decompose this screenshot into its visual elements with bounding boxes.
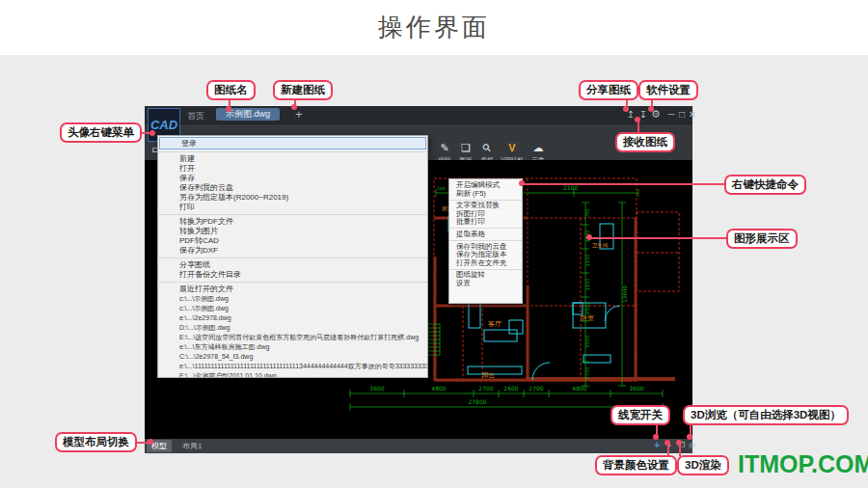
callout-bg-color: 背景颜色设置	[595, 455, 677, 475]
dim-label: 700	[584, 208, 590, 218]
page-banner: 操作界面	[0, 0, 868, 55]
view-3d-icon[interactable]: ◎	[689, 441, 695, 449]
leader-dot	[291, 104, 297, 110]
new-tab-button[interactable]: +	[295, 107, 303, 122]
callout-model-layout: 模型布局切换	[55, 432, 137, 452]
menu-item[interactable]: 打开	[158, 164, 427, 174]
dim-label: 1100	[584, 255, 590, 267]
vip-icon: V	[498, 141, 527, 155]
lineweight-toggle-icon[interactable]: +	[654, 439, 660, 450]
leader-dot	[148, 439, 153, 445]
layers-icon: ❏	[455, 141, 476, 155]
menu-item[interactable]: 保存到我的云盘	[449, 243, 522, 252]
menu-item[interactable]: 保存为指定版本	[449, 251, 522, 259]
menu-item[interactable]: 图纸旋转	[449, 271, 522, 280]
tab-layout1[interactable]: 布局1	[177, 440, 206, 452]
menu-item[interactable]: 分享图纸	[158, 260, 427, 270]
menu-item[interactable]: 保存到我的云盘	[158, 183, 427, 193]
callout-render3d: 3D渲染	[677, 455, 729, 475]
edit-icon: ✎	[434, 141, 455, 155]
dim-label: 4800	[431, 385, 446, 392]
menu-separator	[158, 258, 427, 258]
menu-item[interactable]: PDF转CAD	[158, 236, 427, 246]
dim-label: 4500	[584, 336, 590, 348]
room-label: 卫生间	[592, 242, 609, 249]
cloud-icon: ☁	[527, 141, 550, 155]
menu-item[interactable]: 开启编辑模式	[449, 181, 522, 190]
menu-item[interactable]: E:\...\这空间放空间首付款黄色框东方航空死的马屁缝看孙释付款打算打死棋.d…	[158, 333, 427, 342]
menu-item[interactable]: 打开备份文件目录	[158, 270, 427, 280]
leader-dot	[687, 434, 692, 440]
callout-receive-sheet: 接收图纸	[615, 132, 675, 152]
menu-item[interactable]: e:\...\111111111111111111111111111111113…	[158, 362, 427, 371]
menu-separator	[158, 214, 427, 215]
callout-new-sheet: 新建图纸	[273, 80, 333, 100]
callout-display-area: 图形展示区	[726, 229, 798, 249]
menu-separator	[449, 228, 522, 229]
menu-item[interactable]: c:\...\示例图.dwg	[158, 304, 427, 313]
menu-item[interactable]: 登录	[159, 137, 426, 149]
menu-separator	[449, 240, 522, 241]
dim-label: 4800	[572, 385, 586, 392]
close-button[interactable]: ✕	[687, 109, 698, 120]
tab-home[interactable]: 首页	[187, 110, 204, 122]
menu-item[interactable]: 转换为PDF文件	[158, 217, 427, 227]
avatar-dropdown-menu: 登录新建打开保存保存到我的云盘另存为指定版本(R2000~R2019)打印转换为…	[157, 135, 428, 378]
leader-dot	[635, 117, 640, 122]
menu-item[interactable]: 设置	[449, 280, 522, 288]
callout-software-settings: 软件设置	[638, 80, 698, 100]
menu-item[interactable]: E:\...\金湘苑户型2011.01.10.dwg	[158, 371, 427, 378]
watermark: ITMOP.COM	[738, 450, 868, 478]
leader-dot	[226, 106, 231, 112]
menu-item[interactable]: 文字查找替换	[449, 202, 522, 210]
leader-dot	[648, 106, 654, 112]
dim-label: 1100	[584, 279, 590, 291]
dim-label: 2600	[503, 385, 518, 392]
status-bar: 模型 布局1 + ◑ ❒ ◎	[145, 439, 692, 453]
dim-label: 1500	[584, 303, 590, 315]
leader-dot	[653, 434, 659, 440]
page-title: 操作界面	[0, 0, 868, 55]
menu-item[interactable]: 拆图打印	[449, 210, 522, 219]
menu-item[interactable]: e:\...\东方城样板房施工图.dwg	[158, 342, 427, 352]
leader-dot	[665, 440, 670, 446]
callout-context-commands: 右键快捷命令	[724, 175, 806, 195]
leader-line	[589, 237, 726, 239]
dim-label: 3600	[369, 385, 384, 392]
menu-item[interactable]: 新建	[158, 154, 427, 164]
menu-item[interactable]: 批量打印	[449, 218, 522, 227]
callout-lineweight-toggle: 线宽开关	[610, 405, 670, 425]
leader-dot	[676, 440, 682, 446]
dim-label: 500	[437, 186, 446, 191]
context-menu: 开启编辑模式刷新 (F5)文字查找替换拆图打印批量打印提取表格保存到我的云盘保存…	[448, 178, 523, 304]
callout-view3d: 3D浏览（可自由选择3D视图）	[683, 405, 849, 425]
menu-item[interactable]: 提取表格	[449, 230, 522, 239]
menu-item[interactable]: 转换为图片	[158, 227, 427, 236]
dim-label: 2700	[584, 367, 590, 380]
callout-share-sheet: 分享图纸	[579, 80, 638, 100]
menu-item[interactable]: 保存	[158, 174, 427, 183]
leader-dot	[623, 106, 629, 112]
callout-avatar-menu: 头像右键菜单	[60, 122, 142, 143]
menu-item[interactable]: 保存为DXF	[158, 246, 427, 256]
menu-item[interactable]: e:\...\2e2978.dwg	[158, 313, 427, 323]
menu-separator	[449, 200, 522, 201]
leader-dot	[519, 180, 525, 186]
menu-item[interactable]: 最近打开的文件	[158, 285, 427, 294]
menu-item[interactable]: 刷新 (F5)	[449, 190, 522, 199]
menu-separator	[158, 282, 427, 283]
dim-label: 3600	[629, 385, 643, 392]
leader-line	[522, 183, 724, 185]
menu-item[interactable]: 打印	[158, 203, 427, 212]
leader-dot	[149, 130, 155, 136]
menu-item[interactable]: C:\...\2e2978_54_t3.dwg	[158, 352, 427, 362]
menu-item[interactable]: 打开所在文件夹	[449, 259, 522, 268]
menu-item[interactable]: c:\...\示例图.dwg	[158, 294, 427, 304]
leader-dot	[586, 234, 592, 240]
dim-total-label: 27800	[468, 398, 486, 405]
menu-item[interactable]: 另存为指定版本(R2000~R2019)	[158, 193, 427, 203]
menu-item[interactable]: D:\...\示例图.dwg	[158, 323, 427, 333]
dim-total-label: 13600	[622, 285, 628, 303]
room-label: 阳台	[482, 371, 495, 379]
menu-separator	[449, 269, 522, 270]
